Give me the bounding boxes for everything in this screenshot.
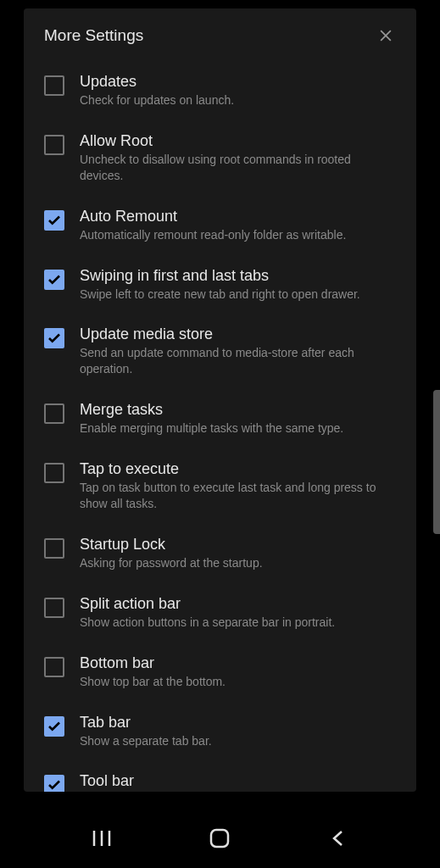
- checkbox[interactable]: [44, 403, 64, 424]
- setting-item[interactable]: Auto RemountAutomatically remount read-o…: [44, 196, 396, 255]
- setting-description: Tap on task button to execute last task …: [80, 480, 396, 512]
- check-icon: [47, 272, 62, 287]
- check-icon: [47, 719, 62, 734]
- checkbox[interactable]: [44, 463, 64, 483]
- setting-item[interactable]: Tool barShow a separate tool bar.: [44, 760, 396, 792]
- setting-description: Swipe left to create new tab and right t…: [80, 287, 396, 303]
- setting-description: Send an update command to media-store af…: [80, 345, 396, 377]
- close-icon: [377, 27, 394, 44]
- setting-item[interactable]: Tap to executeTap on task button to exec…: [44, 448, 396, 524]
- setting-text: Auto RemountAutomatically remount read-o…: [80, 208, 396, 243]
- setting-description: Show action buttons in a separate bar in…: [80, 615, 396, 631]
- checkbox[interactable]: [44, 598, 64, 618]
- modal-header: More Settings: [24, 8, 416, 61]
- checkbox[interactable]: [44, 328, 64, 348]
- setting-item[interactable]: Swiping in first and last tabsSwipe left…: [44, 255, 396, 314]
- setting-item[interactable]: Allow RootUncheck to disallow using root…: [44, 120, 396, 196]
- setting-title: Tool bar: [80, 772, 396, 790]
- setting-text: Allow RootUncheck to disallow using root…: [80, 132, 396, 184]
- checkbox[interactable]: [44, 210, 64, 231]
- svg-rect-5: [211, 830, 228, 847]
- checkbox[interactable]: [44, 775, 64, 792]
- nav-bar: [0, 809, 440, 868]
- recent-icon: [91, 829, 113, 848]
- setting-description: Asking for password at the startup.: [80, 555, 396, 571]
- nav-home-button[interactable]: [206, 825, 233, 852]
- back-icon: [329, 829, 348, 848]
- setting-text: Update media storeSend an update command…: [80, 326, 396, 377]
- setting-title: Bottom bar: [80, 654, 396, 672]
- setting-title: Split action bar: [80, 595, 396, 613]
- setting-item[interactable]: Split action barShow action buttons in a…: [44, 583, 396, 643]
- home-icon: [209, 827, 231, 849]
- settings-list[interactable]: UpdatesCheck for updates on launch.Allow…: [24, 61, 416, 792]
- nav-back-button[interactable]: [325, 825, 352, 852]
- setting-text: UpdatesCheck for updates on launch.: [80, 73, 396, 108]
- setting-text: Swiping in first and last tabsSwipe left…: [80, 267, 396, 303]
- setting-item[interactable]: Bottom barShow top bar at the bottom.: [44, 643, 396, 702]
- checkbox[interactable]: [44, 657, 64, 677]
- checkbox[interactable]: [44, 135, 64, 155]
- check-icon: [47, 213, 62, 228]
- setting-text: Tab barShow a separate tab bar.: [80, 714, 396, 749]
- setting-text: Bottom barShow top bar at the bottom.: [80, 654, 396, 690]
- setting-title: Startup Lock: [80, 536, 396, 554]
- setting-item[interactable]: Update media storeSend an update command…: [44, 314, 396, 389]
- nav-recent-button[interactable]: [88, 825, 115, 852]
- setting-title: Merge tasks: [80, 401, 396, 419]
- setting-text: Tool barShow a separate tool bar.: [80, 772, 396, 792]
- setting-text: Tap to executeTap on task button to exec…: [80, 460, 396, 512]
- checkbox[interactable]: [44, 270, 64, 290]
- setting-description: Show a separate tab bar.: [80, 733, 396, 749]
- check-icon: [47, 777, 62, 792]
- setting-description: Show top bar at the bottom.: [80, 674, 396, 690]
- checkbox[interactable]: [44, 538, 64, 559]
- setting-description: Enable merging multiple tasks with the s…: [80, 420, 396, 437]
- setting-text: Startup LockAsking for password at the s…: [80, 536, 396, 571]
- setting-title: Auto Remount: [80, 208, 396, 225]
- setting-text: Merge tasksEnable merging multiple tasks…: [80, 401, 396, 437]
- setting-item[interactable]: Tab barShow a separate tab bar.: [44, 702, 396, 761]
- setting-description: Uncheck to disallow using root commands …: [80, 152, 396, 184]
- settings-modal: More Settings UpdatesCheck for updates o…: [24, 8, 416, 792]
- check-icon: [47, 331, 62, 346]
- close-button[interactable]: [376, 25, 396, 46]
- setting-title: Tap to execute: [80, 460, 396, 478]
- setting-description: Automatically remount read-only folder a…: [80, 227, 396, 243]
- setting-title: Allow Root: [80, 132, 396, 150]
- setting-item[interactable]: Merge tasksEnable merging multiple tasks…: [44, 389, 396, 448]
- modal-title: More Settings: [44, 26, 143, 45]
- checkbox[interactable]: [44, 75, 64, 96]
- scrollbar[interactable]: [433, 390, 440, 534]
- setting-title: Update media store: [80, 326, 396, 343]
- setting-title: Updates: [80, 73, 396, 91]
- setting-item[interactable]: UpdatesCheck for updates on launch.: [44, 61, 396, 120]
- setting-title: Tab bar: [80, 714, 396, 732]
- checkbox[interactable]: [44, 716, 64, 737]
- setting-text: Split action barShow action buttons in a…: [80, 595, 396, 631]
- setting-title: Swiping in first and last tabs: [80, 267, 396, 285]
- setting-item[interactable]: Startup LockAsking for password at the s…: [44, 524, 396, 583]
- setting-description: Check for updates on launch.: [80, 92, 396, 108]
